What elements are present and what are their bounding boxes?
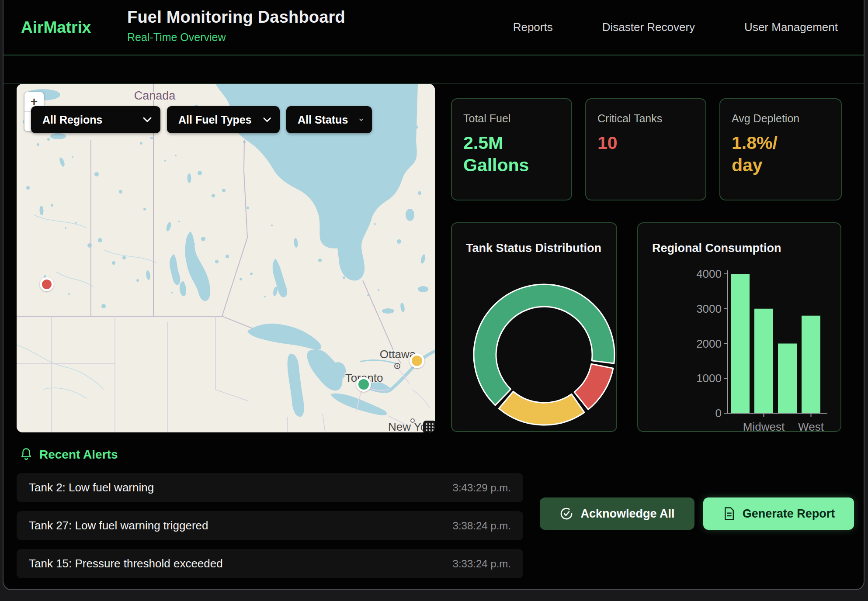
nav-item-reports[interactable]: Reports	[513, 21, 553, 34]
alert-row[interactable]: Tank 2: Low fuel warning 3:43:29 p.m.	[17, 473, 523, 502]
document-icon	[722, 507, 736, 521]
stat-label: Critical Tanks	[597, 112, 694, 125]
tank-status-chart-card: Tank Status Distribution	[451, 222, 617, 432]
alert-row[interactable]: Tank 15: Pressure threshold exceeded 3:3…	[17, 549, 523, 578]
status-filter-value: All Status	[298, 114, 348, 126]
nav-item-disaster-recovery[interactable]: Disaster Recovery	[602, 21, 695, 34]
chevron-down-icon	[263, 117, 271, 123]
recent-alerts-title: Recent Alerts	[39, 448, 118, 462]
generate-report-button[interactable]: Generate Report	[703, 497, 854, 530]
fuel-sites-map[interactable]: CanadaOttawaTorontoNew York + − All Regi…	[17, 84, 435, 432]
svg-text:West: West	[798, 420, 824, 433]
tank-marker-normal[interactable]	[356, 377, 371, 392]
status-filter-dropdown[interactable]: All Status	[286, 106, 372, 133]
fuel-type-filter-value: All Fuel Types	[178, 114, 252, 126]
regional-consumption-chart-card: Regional Consumption 01000200030004000Mi…	[637, 222, 841, 432]
dashboard-stage: AirMatrix Fuel Monitoring Dashboard Real…	[0, 0, 868, 601]
svg-text:1000: 1000	[696, 372, 722, 385]
nav-item-user-management[interactable]: User Management	[744, 21, 838, 34]
stat-value: 1.8%/ day	[732, 132, 830, 177]
map-filter-row: All Regions All Fuel Types All Status	[31, 106, 372, 133]
title-block: Fuel Monitoring Dashboard Real-Time Over…	[127, 8, 345, 44]
stat-card-avg-depletion: Avg Depletion 1.8%/ day	[719, 98, 842, 200]
stat-value: 10	[597, 132, 694, 154]
alert-timestamp: 3:38:24 p.m.	[453, 520, 511, 532]
header: AirMatrix Fuel Monitoring Dashboard Real…	[3, 0, 865, 55]
stat-card-total-fuel: Total Fuel 2.5M Gallons	[451, 98, 572, 200]
map-canvas: CanadaOttawaTorontoNew York	[17, 84, 435, 432]
stat-label: Total Fuel	[463, 112, 560, 125]
check-circle-icon	[559, 507, 573, 521]
region-filter-dropdown[interactable]: All Regions	[31, 106, 160, 133]
svg-text:3000: 3000	[696, 302, 722, 315]
alert-message: Tank 2: Low fuel warning	[29, 481, 154, 494]
chevron-down-icon	[143, 117, 152, 123]
tank-marker-critical[interactable]	[40, 277, 54, 291]
stat-value: 2.5M Gallons	[463, 132, 560, 177]
generate-report-label: Generate Report	[743, 507, 835, 521]
svg-text:4000: 4000	[696, 267, 722, 280]
regional-consumption-bar-chart: 01000200030004000MidwestWest	[638, 223, 842, 433]
stat-card-critical-tanks: Critical Tanks 10	[585, 98, 706, 200]
alert-message: Tank 15: Pressure threshold exceeded	[29, 557, 223, 570]
acknowledge-all-label: Acknowledge All	[580, 507, 674, 521]
svg-text:2000: 2000	[696, 337, 722, 350]
donut-segment-red-critical	[574, 364, 613, 409]
bell-icon	[19, 447, 33, 462]
fuel-type-filter-dropdown[interactable]: All Fuel Types	[167, 106, 280, 133]
header-divider	[3, 55, 865, 55]
chevron-down-icon	[359, 117, 363, 123]
tank-marker-warning[interactable]	[410, 353, 424, 368]
brand-logo: AirMatrix	[21, 0, 91, 55]
svg-text:Canada: Canada	[134, 89, 176, 102]
svg-text:0: 0	[715, 407, 722, 420]
tank-status-donut-chart	[452, 223, 618, 433]
donut-segment-yellow-warning	[499, 391, 584, 425]
svg-text:Midwest: Midwest	[743, 420, 785, 433]
alert-row[interactable]: Tank 27: Low fuel warning triggered 3:38…	[17, 511, 523, 540]
alert-message: Tank 27: Low fuel warning triggered	[29, 519, 208, 532]
main-nav: Reports Disaster Recovery User Managemen…	[513, 0, 838, 55]
stat-label: Avg Depletion	[732, 112, 830, 125]
alert-timestamp: 3:33:24 p.m.	[453, 558, 511, 570]
acknowledge-all-button[interactable]: Acknowledge All	[540, 497, 694, 530]
page-title: Fuel Monitoring Dashboard	[127, 8, 345, 27]
recent-alerts-heading: Recent Alerts	[19, 447, 118, 462]
page-subtitle: Real-Time Overview	[127, 31, 345, 44]
region-filter-value: All Regions	[42, 114, 103, 126]
alert-timestamp: 3:43:29 p.m.	[453, 482, 511, 494]
